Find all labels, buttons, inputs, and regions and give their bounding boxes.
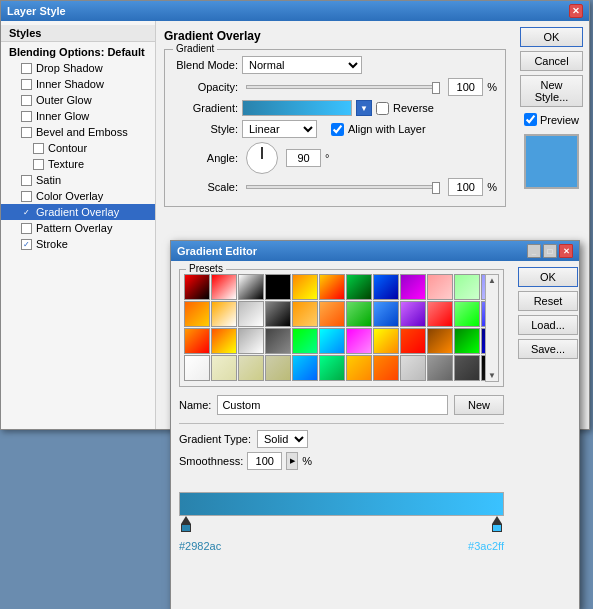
preset-cell-20[interactable] xyxy=(400,301,426,327)
inner-shadow-checkbox[interactable] xyxy=(21,79,32,90)
gradient-dropdown-arrow[interactable]: ▼ xyxy=(356,100,372,116)
inner-glow-checkbox[interactable] xyxy=(21,111,32,122)
bevel-emboss-checkbox[interactable] xyxy=(21,127,32,138)
ge-load-button[interactable]: Load... xyxy=(518,315,578,335)
contour-checkbox[interactable] xyxy=(33,143,44,154)
sidebar-item-outer-glow[interactable]: Outer Glow xyxy=(1,92,155,108)
smoothness-stepper[interactable]: ▶ xyxy=(286,452,298,470)
cancel-button[interactable]: Cancel xyxy=(520,51,583,71)
gradient-overlay-checkbox[interactable]: ✓ xyxy=(21,207,32,218)
ge-reset-button[interactable]: Reset xyxy=(518,291,578,311)
sidebar-item-pattern-overlay[interactable]: Pattern Overlay xyxy=(1,220,155,236)
reverse-checkbox[interactable] xyxy=(376,102,389,115)
sidebar-item-bevel-emboss[interactable]: Bevel and Emboss xyxy=(1,124,155,140)
preset-cell-18[interactable] xyxy=(346,301,372,327)
left-stop-marker[interactable] xyxy=(181,516,191,532)
stroke-checkbox[interactable]: ✓ xyxy=(21,239,32,250)
preset-cell-26[interactable] xyxy=(238,328,264,354)
preset-cell-8[interactable] xyxy=(400,274,426,300)
preset-cell-19[interactable] xyxy=(373,301,399,327)
preset-cell-15[interactable] xyxy=(265,301,291,327)
preset-cell-30[interactable] xyxy=(346,328,372,354)
minimize-button[interactable]: _ xyxy=(527,244,541,258)
preset-cell-12[interactable] xyxy=(184,301,210,327)
preset-cell-27[interactable] xyxy=(265,328,291,354)
preset-cell-40[interactable] xyxy=(292,355,318,381)
layer-style-close-button[interactable]: ✕ xyxy=(569,4,583,18)
preset-cell-1[interactable] xyxy=(211,274,237,300)
preset-cell-38[interactable] xyxy=(238,355,264,381)
sidebar-item-inner-shadow[interactable]: Inner Shadow xyxy=(1,76,155,92)
preset-cell-39[interactable] xyxy=(265,355,291,381)
angle-dial[interactable] xyxy=(246,142,278,174)
preset-cell-25[interactable] xyxy=(211,328,237,354)
preview-checkbox[interactable] xyxy=(524,113,537,126)
sidebar-item-color-overlay[interactable]: Color Overlay xyxy=(1,188,155,204)
preset-cell-31[interactable] xyxy=(373,328,399,354)
texture-checkbox[interactable] xyxy=(33,159,44,170)
scroll-up-arrow[interactable]: ▲ xyxy=(488,276,496,285)
sidebar-item-stroke[interactable]: ✓ Stroke xyxy=(1,236,155,252)
preset-cell-22[interactable] xyxy=(454,301,480,327)
preset-cell-37[interactable] xyxy=(211,355,237,381)
preset-cell-43[interactable] xyxy=(373,355,399,381)
color-overlay-checkbox[interactable] xyxy=(21,191,32,202)
scroll-down-arrow[interactable]: ▼ xyxy=(488,371,496,380)
preset-cell-7[interactable] xyxy=(373,274,399,300)
preset-cell-29[interactable] xyxy=(319,328,345,354)
sidebar-item-blending-options[interactable]: Blending Options: Default xyxy=(1,44,155,60)
ge-ok-button[interactable]: OK xyxy=(518,267,578,287)
sidebar-item-drop-shadow[interactable]: Drop Shadow xyxy=(1,60,155,76)
preset-cell-17[interactable] xyxy=(319,301,345,327)
preset-cell-32[interactable] xyxy=(400,328,426,354)
preset-cell-6[interactable] xyxy=(346,274,372,300)
preset-cell-34[interactable] xyxy=(454,328,480,354)
pattern-overlay-checkbox[interactable] xyxy=(21,223,32,234)
right-stop-marker[interactable] xyxy=(492,516,502,532)
ge-save-button[interactable]: Save... xyxy=(518,339,578,359)
preset-cell-33[interactable] xyxy=(427,328,453,354)
name-input[interactable] xyxy=(217,395,448,415)
preset-cell-13[interactable] xyxy=(211,301,237,327)
gradient-type-select[interactable]: Solid xyxy=(257,430,308,448)
sidebar-item-inner-glow[interactable]: Inner Glow xyxy=(1,108,155,124)
preset-cell-16[interactable] xyxy=(292,301,318,327)
preset-cell-24[interactable] xyxy=(184,328,210,354)
smoothness-input[interactable] xyxy=(247,452,282,470)
preset-cell-44[interactable] xyxy=(400,355,426,381)
sidebar-item-satin[interactable]: Satin xyxy=(1,172,155,188)
preset-cell-42[interactable] xyxy=(346,355,372,381)
gradient-preview-swatch[interactable] xyxy=(242,100,352,116)
presets-scrollbar[interactable]: ▲ ▼ xyxy=(485,274,499,382)
align-layer-checkbox[interactable] xyxy=(331,123,344,136)
ok-button[interactable]: OK xyxy=(520,27,583,47)
scale-slider-thumb[interactable] xyxy=(432,182,440,194)
preset-cell-5[interactable] xyxy=(319,274,345,300)
scale-slider[interactable] xyxy=(246,185,440,189)
preset-cell-4[interactable] xyxy=(292,274,318,300)
outer-glow-checkbox[interactable] xyxy=(21,95,32,106)
satin-checkbox[interactable] xyxy=(21,175,32,186)
opacity-slider-thumb[interactable] xyxy=(432,82,440,94)
angle-input[interactable] xyxy=(286,149,321,167)
style-select[interactable]: Linear xyxy=(242,120,317,138)
sidebar-item-gradient-overlay[interactable]: ✓ Gradient Overlay xyxy=(1,204,155,220)
drop-shadow-checkbox[interactable] xyxy=(21,63,32,74)
preset-cell-2[interactable] xyxy=(238,274,264,300)
preset-cell-21[interactable] xyxy=(427,301,453,327)
new-style-button[interactable]: New Style... xyxy=(520,75,583,107)
sidebar-item-texture[interactable]: Texture xyxy=(1,156,155,172)
opacity-slider[interactable] xyxy=(246,85,440,89)
scale-input[interactable] xyxy=(448,178,483,196)
preset-cell-41[interactable] xyxy=(319,355,345,381)
preset-cell-0[interactable] xyxy=(184,274,210,300)
preset-cell-14[interactable] xyxy=(238,301,264,327)
preset-cell-36[interactable] xyxy=(184,355,210,381)
preset-cell-45[interactable] xyxy=(427,355,453,381)
preset-cell-10[interactable] xyxy=(454,274,480,300)
blend-mode-select[interactable]: Normal xyxy=(242,56,362,74)
preset-cell-9[interactable] xyxy=(427,274,453,300)
preset-cell-3[interactable] xyxy=(265,274,291,300)
preset-cell-28[interactable] xyxy=(292,328,318,354)
sidebar-item-contour[interactable]: Contour xyxy=(1,140,155,156)
